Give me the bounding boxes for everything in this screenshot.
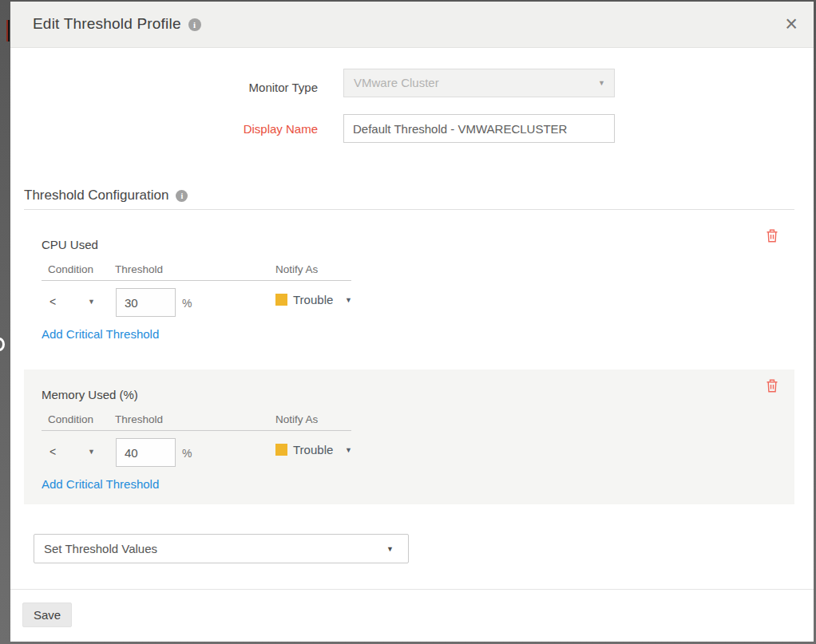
modal-title-text: Edit Threshold Profile: [33, 15, 181, 32]
save-button[interactable]: Save: [22, 603, 72, 627]
delete-icon[interactable]: [766, 229, 778, 243]
chevron-down-icon: ▼: [386, 546, 394, 553]
monitor-type-value: VMware Cluster: [344, 69, 614, 97]
threshold-block-cpu-used: CPU Used Condition Threshold Notify As <…: [24, 219, 794, 354]
chevron-down-icon: ▼: [345, 297, 352, 304]
column-header-notify-as: Notify As: [275, 263, 318, 275]
trash-glyph: [766, 379, 778, 393]
threshold-value-input[interactable]: [116, 288, 176, 317]
trash-glyph: [766, 229, 778, 243]
threshold-block-memory-used: Memory Used (%) Condition Threshold Noti…: [24, 369, 794, 504]
chevron-down-icon: ▼: [598, 80, 605, 87]
add-critical-threshold-link[interactable]: Add Critical Threshold: [42, 477, 159, 491]
monitor-type-label: Monitor Type: [10, 81, 318, 94]
notify-as-value: Trouble: [293, 293, 333, 306]
background-text-fragment: [0, 338, 5, 351]
set-threshold-values-value: Set Threshold Values: [34, 535, 408, 563]
column-header-threshold: Threshold: [115, 263, 163, 275]
modal-header: Edit Threshold Profilei ×: [10, 2, 814, 48]
condition-value: <: [50, 295, 56, 308]
condition-select[interactable]: < ▼: [50, 294, 97, 310]
footer-divider: [10, 589, 814, 590]
column-header-divider: [42, 280, 351, 281]
unit-label: %: [182, 297, 192, 310]
attribute-title: Memory Used (%): [42, 388, 138, 401]
attribute-title: CPU Used: [42, 238, 98, 251]
column-header-divider: [42, 430, 351, 431]
section-divider: [24, 209, 794, 210]
column-header-condition: Condition: [48, 413, 93, 425]
unit-label: %: [182, 447, 192, 460]
chevron-down-icon: ▼: [345, 447, 352, 454]
close-icon[interactable]: ×: [785, 13, 798, 35]
section-title-text: Threshold Configuration: [24, 188, 168, 203]
info-icon: i: [176, 190, 188, 202]
threshold-value-input[interactable]: [116, 438, 176, 467]
column-header-notify-as: Notify As: [275, 413, 318, 425]
column-header-condition: Condition: [48, 263, 93, 275]
set-threshold-values-select[interactable]: Set Threshold Values ▼: [34, 534, 409, 563]
condition-select[interactable]: < ▼: [50, 444, 97, 460]
monitor-type-select: VMware Cluster ▼: [343, 69, 615, 97]
trouble-status-color-swatch: [275, 294, 287, 306]
column-header-threshold: Threshold: [115, 413, 163, 425]
info-icon: i: [188, 18, 201, 31]
delete-icon[interactable]: [766, 379, 778, 393]
chevron-down-icon: ▼: [88, 448, 95, 456]
background-text-fragment: [6, 20, 10, 41]
display-name-label: Display Name: [10, 122, 318, 136]
page-title: Edit Threshold Profilei: [33, 15, 201, 33]
display-name-input[interactable]: [343, 114, 615, 143]
notify-as-value: Trouble: [293, 443, 333, 456]
chevron-down-icon: ▼: [88, 298, 95, 306]
add-critical-threshold-link[interactable]: Add Critical Threshold: [42, 327, 159, 341]
edit-threshold-profile-modal: Edit Threshold Profilei × Monitor Type V…: [10, 2, 814, 642]
trouble-status-color-swatch: [275, 444, 287, 456]
condition-value: <: [50, 445, 56, 458]
section-title: Threshold Configurationi: [24, 188, 188, 203]
